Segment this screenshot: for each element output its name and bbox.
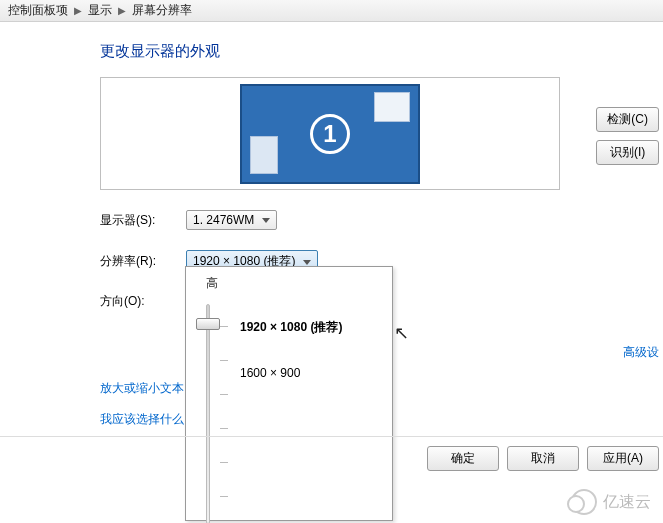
crumb-display[interactable]: 显示 [88,2,112,19]
display-value: 1. 2476WM [193,213,254,227]
breadcrumb: 控制面板项 ▶ 显示 ▶ 屏幕分辨率 [0,0,663,22]
display-select[interactable]: 1. 2476WM [186,210,277,230]
monitor-preview-area: 1 [100,77,560,190]
cancel-button[interactable]: 取消 [507,446,579,471]
divider [0,436,663,437]
page-title: 更改显示器的外观 [100,42,633,61]
identify-button[interactable]: 识别(I) [596,140,659,165]
watermark-logo-icon [571,489,597,515]
ok-button[interactable]: 确定 [427,446,499,471]
window-icon [250,136,278,174]
resolution-label: 分辨率(R): [100,253,186,270]
crumb-resolution[interactable]: 屏幕分辨率 [132,2,192,19]
monitor-number: 1 [310,114,350,154]
apply-button[interactable]: 应用(A) [587,446,659,471]
display-label: 显示器(S): [100,212,186,229]
watermark-text: 亿速云 [603,492,651,513]
advanced-settings-link[interactable]: 高级设 [623,344,659,361]
detect-button[interactable]: 检测(C) [596,107,659,132]
resolution-dropdown-panel[interactable]: 高 1920 × 1080 (推荐) 1600 × 900 [185,266,393,521]
slider-thumb[interactable] [196,318,220,330]
watermark: 亿速云 [571,489,651,515]
chevron-right-icon: ▶ [74,5,82,16]
resolution-slider[interactable] [198,298,218,523]
chevron-right-icon: ▶ [118,5,126,16]
slider-high-label: 高 [206,275,380,292]
window-icon [374,92,410,122]
resolution-option-1920x1080[interactable]: 1920 × 1080 (推荐) [240,316,342,339]
resolution-option-1600x900[interactable]: 1600 × 900 [240,363,342,383]
monitor-1[interactable]: 1 [240,84,420,184]
orientation-label: 方向(O): [100,293,186,310]
crumb-control-panel[interactable]: 控制面板项 [8,2,68,19]
